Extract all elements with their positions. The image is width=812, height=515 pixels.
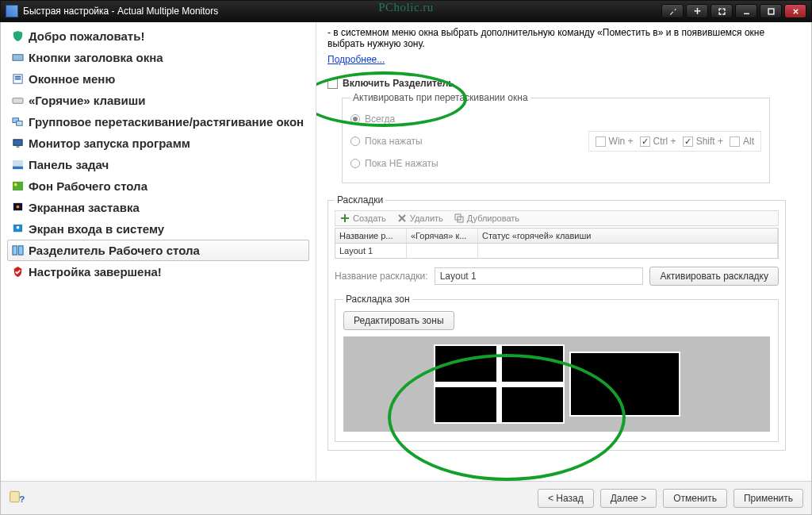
- svg-text:?: ?: [19, 494, 25, 504]
- titlebtns-icon: [11, 52, 24, 64]
- svg-rect-4: [14, 76, 21, 78]
- svg-rect-12: [12, 160, 22, 167]
- window-title: Быстрая настройка - Actual Multiple Moni…: [23, 6, 218, 17]
- divider-icon: [11, 244, 24, 257]
- hotkeys-icon: [11, 94, 24, 107]
- radio-always-label: Всегда: [365, 113, 395, 125]
- svg-rect-13: [12, 182, 22, 190]
- sidebar-item-2[interactable]: Оконное меню: [7, 68, 309, 90]
- zone-tile: [434, 344, 498, 383]
- svg-rect-19: [12, 246, 17, 255]
- col-hotkey[interactable]: «Горячая» к...: [407, 229, 478, 243]
- svg-rect-0: [744, 13, 749, 13]
- done-icon: [11, 266, 24, 279]
- maximize-icon[interactable]: [760, 4, 782, 18]
- wrench-icon[interactable]: [661, 4, 684, 18]
- layouts-table[interactable]: Название р... «Горячая» к... Статус «гор…: [335, 228, 779, 259]
- sidebar-item-label: Разделитель Рабочего стола: [29, 244, 200, 257]
- zones-legend: Раскладка зон: [343, 294, 412, 305]
- svg-rect-11: [12, 166, 22, 169]
- sidebar-item-3[interactable]: «Горячие» клавиши: [7, 90, 309, 111]
- zone-tile: [500, 386, 565, 425]
- key-ctrl-label: Ctrl +: [653, 136, 676, 147]
- zone-preview[interactable]: [343, 336, 770, 432]
- enable-divider-checkbox[interactable]: [327, 79, 338, 89]
- groupdrag-icon: [11, 116, 24, 129]
- key-shift-checkbox[interactable]: [683, 136, 693, 147]
- edit-zones-button[interactable]: Редактировать зоны: [343, 311, 454, 330]
- content-pane: - в системном меню окна выбрать дополнит…: [316, 22, 811, 481]
- sidebar-item-label: Панель задач: [29, 158, 109, 171]
- app-icon: [6, 5, 18, 17]
- sidebar-item-8[interactable]: Экранная заставка: [7, 197, 309, 218]
- zone-tile: [500, 344, 565, 383]
- cancel-button[interactable]: Отменить: [663, 489, 727, 508]
- sidebar-item-1[interactable]: Кнопки заголовка окна: [7, 47, 309, 68]
- col-name[interactable]: Название р...: [335, 229, 407, 243]
- duplicate-button[interactable]: Дублировать: [454, 213, 519, 223]
- sidebar-item-0[interactable]: Добро пожаловать!: [7, 25, 309, 47]
- activation-legend: Активировать при перетаскивании окна: [350, 92, 530, 103]
- titlebar: Быстрая настройка - Actual Multiple Moni…: [0, 0, 812, 22]
- layouts-group: Раскладки Создать Удалить Дублировать На…: [327, 194, 786, 451]
- sidebar-item-label: Оконное меню: [29, 72, 115, 86]
- shield-icon: [11, 30, 24, 43]
- sidebar-item-11[interactable]: Настройка завершена!: [7, 261, 309, 282]
- sidebar-item-7[interactable]: Фон Рабочего стола: [7, 175, 309, 197]
- sidebar-item-9[interactable]: Экран входа в систему: [7, 218, 309, 240]
- svg-rect-5: [14, 79, 21, 80]
- move-icon[interactable]: [686, 4, 708, 18]
- apply-button[interactable]: Применить: [733, 489, 803, 508]
- enable-divider-label: Включить Разделитель: [343, 78, 454, 89]
- sidebar-item-label: Настройка завершена!: [29, 265, 162, 279]
- collapse-icon[interactable]: [710, 4, 733, 18]
- logon-icon: [11, 223, 24, 236]
- table-row[interactable]: Layout 1: [335, 244, 778, 258]
- titlebar-buttons: [661, 4, 806, 18]
- sidebar-item-label: Фон Рабочего стола: [29, 179, 147, 193]
- svg-rect-1: [768, 9, 774, 14]
- key-win-checkbox[interactable]: [596, 136, 606, 147]
- create-button[interactable]: Создать: [340, 213, 386, 223]
- key-ctrl-checkbox[interactable]: [640, 136, 650, 147]
- sidebar: Добро пожаловать!Кнопки заголовка окнаОк…: [1, 22, 316, 481]
- more-link[interactable]: Подробнее...: [327, 54, 385, 65]
- back-button[interactable]: < Назад: [538, 489, 594, 508]
- help-icon[interactable]: ?: [9, 489, 25, 507]
- svg-point-14: [13, 183, 17, 186]
- svg-rect-6: [12, 98, 22, 104]
- zone-layout-group: Раскладка зон Редактировать зоны: [335, 294, 779, 442]
- activation-group: Активировать при перетаскивании окна Все…: [342, 92, 770, 183]
- layout-name-input[interactable]: [435, 267, 644, 285]
- radio-always[interactable]: [350, 114, 360, 124]
- radio-while-not-pressed[interactable]: [350, 159, 360, 168]
- sidebar-item-10[interactable]: Разделитель Рабочего стола: [7, 240, 309, 261]
- radio-while-not-pressed-label: Пока НЕ нажаты: [365, 158, 439, 169]
- key-shift-label: Shift +: [696, 136, 723, 147]
- close-icon[interactable]: [784, 4, 806, 18]
- watermark: PCholic.ru: [378, 1, 434, 14]
- footer: ? < Назад Далее > Отменить Применить: [1, 481, 811, 514]
- zone-tile: [434, 386, 498, 425]
- monitor-icon: [11, 137, 24, 150]
- svg-point-18: [16, 226, 19, 229]
- minimize-icon[interactable]: [735, 4, 757, 18]
- key-alt-checkbox[interactable]: [730, 136, 740, 147]
- delete-button[interactable]: Удалить: [397, 213, 443, 223]
- wallpaper-icon: [11, 180, 24, 193]
- col-status[interactable]: Статус «горячей» клавиши: [478, 229, 778, 243]
- radio-while-pressed[interactable]: [350, 136, 360, 146]
- sidebar-item-4[interactable]: Групповое перетаскивание/растягивание ок…: [7, 111, 309, 133]
- svg-rect-20: [18, 246, 23, 255]
- next-button[interactable]: Далее >: [600, 489, 657, 508]
- svg-point-16: [16, 206, 19, 209]
- sidebar-item-label: Групповое перетаскивание/растягивание ок…: [29, 115, 304, 129]
- key-alt-label: Alt: [743, 136, 754, 147]
- sidebar-item-5[interactable]: Монитор запуска программ: [7, 133, 309, 154]
- activate-layout-button[interactable]: Активировать раскладку: [649, 267, 779, 286]
- sidebar-item-label: Добро пожаловать!: [29, 29, 144, 43]
- sidebar-item-6[interactable]: Панель задач: [7, 154, 309, 175]
- svg-rect-23: [10, 491, 20, 502]
- layouts-toolbar: Создать Удалить Дублировать: [335, 210, 779, 226]
- sidebar-item-label: Экран входа в систему: [29, 222, 164, 236]
